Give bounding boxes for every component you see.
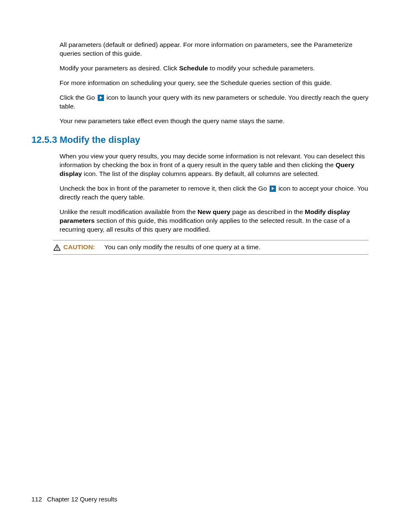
text: Click the Go xyxy=(60,94,97,101)
text: Unlike the result modification available… xyxy=(60,208,197,215)
go-icon xyxy=(98,95,104,101)
text: section of this guide, this modification… xyxy=(60,217,350,233)
text: to modify your schedule parameters. xyxy=(208,65,315,72)
text: icon to launch your query with its new p… xyxy=(60,94,369,110)
paragraph: Uncheck the box in front of the paramete… xyxy=(60,184,369,202)
caution-content: CAUTION:You can only modify the results … xyxy=(63,243,260,252)
warning-icon xyxy=(53,244,61,251)
caution-text: You can only modify the results of one q… xyxy=(104,243,261,251)
chapter-label: Chapter 12 Query results xyxy=(47,496,117,503)
page-content: All parameters (default or defined) appe… xyxy=(60,41,369,125)
page-footer: 112 Chapter 12 Query results xyxy=(31,496,117,503)
caution-block: CAUTION:You can only modify the results … xyxy=(53,240,369,255)
paragraph: Click the Go icon to launch your query w… xyxy=(60,93,369,111)
bold-text: Schedule xyxy=(179,65,208,72)
section-heading: 12.5.3 Modify the display xyxy=(31,134,369,145)
paragraph: Unlike the result modification available… xyxy=(60,208,369,234)
go-icon xyxy=(270,186,276,192)
text: Uncheck the box in front of the paramete… xyxy=(60,185,269,192)
paragraph: Modify your parameters as desired. Click… xyxy=(60,64,369,73)
paragraph: Your new parameters take effect even tho… xyxy=(60,117,369,126)
svg-point-1 xyxy=(57,249,57,250)
bold-text: New query xyxy=(197,208,230,215)
caution-label: CAUTION: xyxy=(63,243,95,251)
text: When you view your query results, you ma… xyxy=(60,152,365,168)
text: Modify your parameters as desired. Click xyxy=(60,65,179,72)
paragraph: For more information on scheduling your … xyxy=(60,79,369,88)
section-content: When you view your query results, you ma… xyxy=(60,152,369,254)
text: icon. The list of the display columns ap… xyxy=(82,170,319,177)
page-number: 112 xyxy=(31,496,42,503)
text: page as described in the xyxy=(231,208,305,215)
paragraph: When you view your query results, you ma… xyxy=(60,152,369,178)
paragraph: All parameters (default or defined) appe… xyxy=(60,41,369,58)
